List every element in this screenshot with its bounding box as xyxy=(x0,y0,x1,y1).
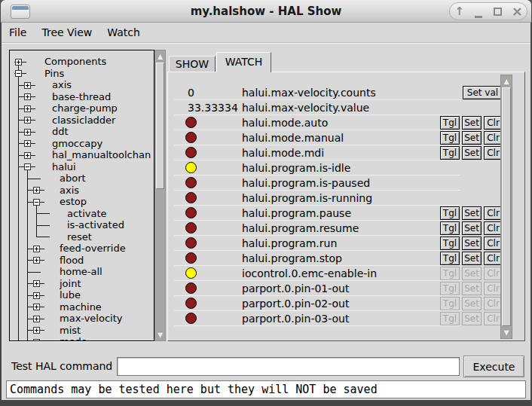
tree-expand-icon[interactable] xyxy=(15,59,22,66)
tgl-button[interactable]: Tgl xyxy=(440,146,460,160)
tree-item-mode[interactable]: mode xyxy=(60,336,87,341)
watch-scrollbar-thumb[interactable] xyxy=(502,87,511,326)
tree-expand-icon[interactable] xyxy=(33,304,40,310)
tree-expand-icon[interactable] xyxy=(24,93,31,100)
tab-watch[interactable]: WATCH xyxy=(216,52,271,72)
tgl-button[interactable]: Tgl xyxy=(440,221,460,235)
tree-item-joint[interactable]: joint xyxy=(60,278,81,290)
execute-button[interactable]: Execute xyxy=(463,356,524,377)
tree-collapse-icon[interactable] xyxy=(24,163,31,170)
tree-item-machine[interactable]: machine xyxy=(60,301,102,313)
tgl-button[interactable]: Tgl xyxy=(440,131,460,145)
tree-expand-icon[interactable] xyxy=(33,316,40,322)
tree-item-mist[interactable]: mist xyxy=(60,325,81,337)
title-bar[interactable]: my.halshow - HAL Show ↑ × xyxy=(1,0,531,23)
maximize-icon[interactable] xyxy=(490,8,506,16)
tree-item-lube[interactable]: lube xyxy=(60,289,81,301)
scroll-down-icon[interactable]: ▼ xyxy=(155,329,165,340)
tree-connector-line xyxy=(36,213,50,214)
menu-watch[interactable]: Watch xyxy=(99,23,148,43)
tree-item-reset[interactable]: reset xyxy=(67,231,92,243)
tree-item-estop[interactable]: estop xyxy=(60,196,87,208)
tree-item-is-activated[interactable]: is-activated xyxy=(67,219,124,231)
scroll-up-icon[interactable]: ▲ xyxy=(501,75,512,87)
tree-item-Pins[interactable]: Pins xyxy=(44,68,64,80)
tree-item-flood[interactable]: flood xyxy=(60,255,84,267)
tree-expand-icon[interactable] xyxy=(33,327,40,334)
watch-pin-name: halui.program.run xyxy=(242,236,337,251)
tree-item-max-velocity[interactable]: max-velocity xyxy=(60,313,122,325)
tree-item-ddt[interactable]: ddt xyxy=(52,126,69,138)
hal-command-input[interactable] xyxy=(117,357,460,376)
watch-panel: 0halui.max-velocity.countsSet val33.3333… xyxy=(167,72,525,341)
tgl-button[interactable]: Tgl xyxy=(440,116,460,130)
tree-item-home-all[interactable]: home-all xyxy=(60,266,102,278)
tree-expand-icon[interactable] xyxy=(24,117,31,124)
tree-item-hal_manualtoolchan[interactable]: hal_manualtoolchan xyxy=(52,149,151,161)
tree-item-base-thread[interactable]: base-thread xyxy=(52,91,111,103)
scroll-up-icon[interactable]: ▲ xyxy=(155,50,165,62)
watch-row: parport.0.pin-02-outTglSetClr xyxy=(168,296,524,311)
watch-row: halui.program.pauseTglSetClr xyxy=(168,206,524,221)
tree-scrollbar-thumb[interactable] xyxy=(156,63,164,189)
tgl-button[interactable]: Tgl xyxy=(440,206,460,220)
tree-expand-icon[interactable] xyxy=(33,280,40,287)
tree-row: mist xyxy=(10,325,154,337)
tree-item-feed-override[interactable]: feed-override xyxy=(60,243,126,255)
tree-item-gmoccapy[interactable]: gmoccapy xyxy=(52,138,102,150)
tree-row: ddt xyxy=(10,126,154,138)
set-button[interactable]: Set xyxy=(462,131,482,145)
tree-expand-icon[interactable] xyxy=(33,246,40,252)
tree-expand-icon[interactable] xyxy=(24,152,31,159)
menu-bar: File Tree View Watch xyxy=(2,23,530,43)
tree-expand-icon[interactable] xyxy=(24,82,31,89)
tree-collapse-icon[interactable] xyxy=(33,199,40,206)
tgl-button: Tgl xyxy=(440,312,460,325)
set-button[interactable]: Set xyxy=(462,206,482,220)
tree-item-activate[interactable]: activate xyxy=(67,208,107,220)
close-icon[interactable]: × xyxy=(509,3,525,20)
tree-expand-icon[interactable] xyxy=(24,129,31,136)
tree-expand-icon[interactable] xyxy=(33,187,40,194)
minimize-icon[interactable] xyxy=(470,5,487,18)
set-button[interactable]: Set xyxy=(462,146,482,160)
set-button[interactable]: Set xyxy=(462,237,482,250)
tree-item-axis[interactable]: axis xyxy=(60,185,79,197)
set-button[interactable]: Set xyxy=(462,221,482,235)
tree-expand-icon[interactable] xyxy=(33,257,40,264)
tab-show[interactable]: SHOW xyxy=(169,56,216,72)
shade-icon[interactable]: ↑ xyxy=(451,3,468,20)
watch-row: halui.program.is-paused xyxy=(168,176,524,191)
tree-expand-icon[interactable] xyxy=(24,140,31,147)
menu-tree-view[interactable]: Tree View xyxy=(34,23,99,43)
tree-item-axis[interactable]: axis xyxy=(52,79,72,91)
tree-row: Pins xyxy=(10,68,154,80)
set-button[interactable]: Set xyxy=(462,252,482,265)
watch-pin-name: halui.max-velocity.value xyxy=(242,100,369,115)
set-val-button[interactable]: Set val xyxy=(463,86,503,99)
tree-item-classicladder[interactable]: classicladder xyxy=(52,114,115,127)
tree-collapse-icon[interactable] xyxy=(33,339,40,341)
tree-row: is-activated xyxy=(10,219,154,231)
tree-item-charge-pump[interactable]: charge-pump xyxy=(52,102,118,114)
tree-expand-icon[interactable] xyxy=(24,105,31,112)
scroll-down-icon[interactable]: ▼ xyxy=(501,327,512,338)
tree-scrollbar[interactable]: ▲ ▼ xyxy=(154,50,166,341)
tree-connector-line xyxy=(27,272,41,273)
tree-item-Components[interactable]: Components xyxy=(44,56,106,68)
tree-item-abort[interactable]: abort xyxy=(60,172,86,185)
tree-expand-icon[interactable] xyxy=(33,292,40,299)
tree-collapse-icon[interactable] xyxy=(15,70,22,77)
led-indicator-yellow xyxy=(185,162,197,173)
watch-pin-name: halui.max-velocity.counts xyxy=(242,85,376,100)
tgl-button[interactable]: Tgl xyxy=(440,252,460,265)
tgl-button[interactable]: Tgl xyxy=(440,237,460,250)
tgl-button: Tgl xyxy=(440,282,460,295)
watch-scrollbar[interactable]: ▲ ▼ xyxy=(500,75,512,339)
tree-row: Components xyxy=(10,56,154,68)
hal-tree-panel: ComponentsPinsaxisbase-threadcharge-pump… xyxy=(9,50,154,341)
set-button[interactable]: Set xyxy=(462,116,482,130)
set-button: Set xyxy=(462,267,482,280)
menu-file[interactable]: File xyxy=(2,23,34,43)
tree-item-halui[interactable]: halui xyxy=(52,161,76,173)
